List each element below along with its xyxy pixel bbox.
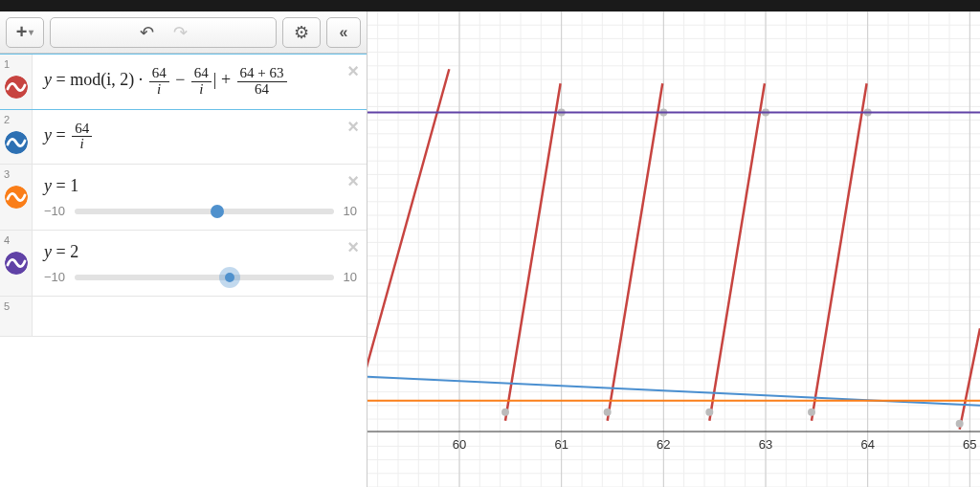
slider-min: −10: [44, 270, 65, 284]
toolbar: +▾ ↶ ↷ ⚙ «: [0, 11, 367, 54]
redo-icon[interactable]: ↷: [173, 22, 188, 43]
delete-expression-button[interactable]: ×: [347, 170, 359, 192]
expression-index: 1: [0, 55, 33, 109]
collapse-sidebar-button[interactable]: «: [326, 17, 361, 48]
slider-min: −10: [44, 204, 65, 218]
expression-index: 4: [0, 231, 33, 296]
expression-index: 2: [0, 110, 33, 165]
delete-expression-button[interactable]: ×: [347, 60, 359, 82]
expression-formula[interactable]: y = 2 −10 10: [33, 231, 367, 296]
slider-max: 10: [344, 204, 357, 218]
undo-redo-group[interactable]: ↶ ↷: [50, 17, 277, 48]
settings-button[interactable]: ⚙: [282, 17, 321, 48]
x-tick-label: 62: [657, 437, 670, 452]
expression-index: 5: [0, 297, 33, 336]
expression-row[interactable]: 3 y = 1 −10 10 ×: [0, 165, 367, 231]
expression-row[interactable]: 2 y = 64i ×: [0, 110, 367, 166]
chevron-left-icon: «: [340, 24, 348, 41]
x-tick-label: 61: [554, 437, 568, 452]
caret-down-icon: ▾: [29, 27, 33, 37]
x-tick-label: 60: [453, 437, 466, 452]
wave-icon: [5, 76, 28, 99]
wave-icon: [5, 252, 28, 275]
expression-index: 3: [0, 165, 33, 230]
delete-expression-button[interactable]: ×: [347, 116, 359, 138]
slider[interactable]: −10 10: [44, 204, 357, 218]
expression-formula[interactable]: y = 64i: [33, 110, 367, 165]
x-tick-label: 64: [860, 437, 874, 452]
slider-track[interactable]: [75, 209, 333, 214]
gear-icon: ⚙: [294, 22, 309, 43]
sidebar: +▾ ↶ ↷ ⚙ « 1 y = mod(i, 2) · 64i − 64i| …: [0, 11, 368, 487]
wave-icon: [5, 186, 28, 209]
expression-row[interactable]: 5: [0, 297, 367, 337]
expression-row[interactable]: 4 y = 2 −10 10 ×: [0, 231, 367, 297]
window-titlebar: [0, 0, 980, 11]
expression-formula[interactable]: [33, 297, 367, 336]
expression-formula[interactable]: y = mod(i, 2) · 64i − 64i| + 64 + 6364: [33, 55, 367, 109]
delete-expression-button[interactable]: ×: [347, 236, 359, 258]
slider-thumb[interactable]: [219, 267, 240, 288]
wave-icon: [5, 131, 28, 154]
graph-area[interactable]: 606162636465: [368, 11, 980, 487]
x-tick-label: 63: [759, 437, 772, 452]
expression-formula[interactable]: y = 1 −10 10: [33, 165, 367, 230]
slider[interactable]: −10 10: [44, 270, 357, 284]
main: +▾ ↶ ↷ ⚙ « 1 y = mod(i, 2) · 64i − 64i| …: [0, 11, 980, 487]
undo-icon[interactable]: ↶: [140, 22, 154, 43]
slider-thumb[interactable]: [211, 205, 224, 218]
slider-max: 10: [344, 270, 357, 284]
add-expression-button[interactable]: +▾: [6, 17, 44, 48]
expression-list: 1 y = mod(i, 2) · 64i − 64i| + 64 + 6364…: [0, 54, 367, 487]
slider-track[interactable]: [75, 275, 333, 280]
x-tick-label: 65: [963, 437, 976, 452]
expression-row[interactable]: 1 y = mod(i, 2) · 64i − 64i| + 64 + 6364…: [0, 54, 367, 110]
